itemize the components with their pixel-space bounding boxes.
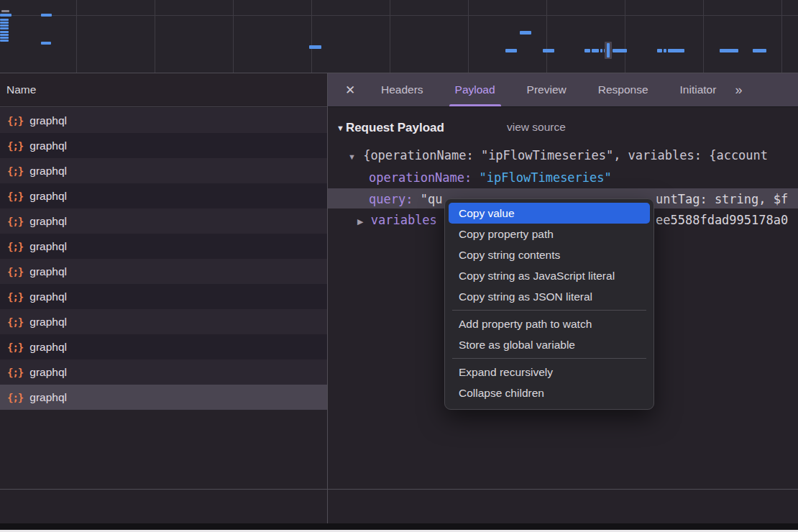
menu-item-copy-string-as-json-literal[interactable]: Copy string as JSON literal [449,286,650,307]
request-timing-bar [543,49,554,52]
request-timing-bar [607,43,610,58]
tree-row-variables[interactable]: ▶ variables [357,212,437,228]
variables-preview-continuation: ee5588fdad995178a0 [656,212,788,228]
request-row[interactable]: {;}graphql [0,259,327,284]
request-timing-bar [41,14,52,17]
query-value-continuation: untTag: string, $f [656,191,788,207]
property-value: "ipFlowTimeseries" [480,170,612,185]
request-timing-bar [0,22,9,24]
request-timing-bar [592,49,599,52]
json-braces-icon: {;} [7,316,23,328]
tab-initiator[interactable]: Initiator [664,73,733,106]
request-row[interactable]: {;}graphql [0,284,327,309]
request-payload-section[interactable]: ▼ Request Payload [336,119,444,137]
footer-divider [0,489,798,490]
overview-gridline [546,0,547,73]
network-overview[interactable] [0,0,798,73]
close-icon[interactable]: ✕ [339,83,361,98]
request-timing-bar [309,45,321,49]
context-menu: Copy valueCopy property pathCopy string … [444,198,654,410]
property-key: query: [369,192,413,206]
menu-item-store-as-global-variable[interactable]: Store as global variable [449,334,650,355]
overview-gridline [233,0,234,73]
request-timing-bar [41,42,51,45]
name-column-label: Name [6,83,36,96]
menu-separator [452,310,646,311]
overview-gridline [76,0,77,73]
overview-gridline [0,15,798,16]
request-row[interactable]: {;}graphql [0,359,327,385]
tab-list: HeadersPayloadPreviewResponseInitiator [365,73,732,106]
request-row[interactable]: {;}graphql [0,208,327,234]
object-preview: {operationName: "ipFlowTimeseries", vari… [363,148,768,162]
panel-splitter[interactable] [327,73,328,523]
property-key: variables [371,213,437,227]
request-timing-bar [668,49,684,52]
request-row[interactable]: {;}graphql [0,183,327,208]
tab-preview[interactable]: Preview [511,73,582,106]
request-timing-bar [0,27,9,29]
request-name: graphql [29,114,67,127]
tree-row-query[interactable]: query: "qu [369,191,442,207]
request-row[interactable]: {;}graphql [0,385,327,410]
request-row[interactable]: {;}graphql [0,133,327,158]
overview-gridline [468,0,469,73]
request-timing-bar [720,49,738,52]
menu-item-copy-string-contents[interactable]: Copy string contents [449,244,650,265]
json-braces-icon: {;} [7,367,23,378]
json-braces-icon: {;} [7,266,23,278]
overview-gridline [311,0,312,73]
view-source-link[interactable]: view source [507,121,566,134]
request-timing-bar [1,10,9,12]
menu-item-add-property-path-to-watch[interactable]: Add property path to watch [449,313,650,334]
request-timing-bar [0,24,9,27]
request-row[interactable]: {;}graphql [0,108,327,133]
request-row[interactable]: {;}graphql [0,334,327,359]
request-name: graphql [29,341,67,354]
request-name: graphql [29,265,67,278]
request-timing-bar [0,40,9,42]
menu-item-copy-value[interactable]: Copy value [449,203,650,224]
menu-item-copy-property-path[interactable]: Copy property path [449,224,650,244]
request-row[interactable]: {;}graphql [0,309,327,334]
tab-payload[interactable]: Payload [439,73,511,106]
request-timing-bar [664,49,666,52]
more-tabs-icon[interactable]: » [735,83,742,98]
property-key: operationName: [369,170,472,185]
request-name: graphql [29,290,67,303]
request-timing-bar [505,49,517,52]
menu-item-expand-recursively[interactable]: Expand recursively [449,362,650,382]
overview-gridline [625,0,625,73]
tree-row-root[interactable]: ▼ {operationName: "ipFlowTimeseries", va… [348,147,768,163]
request-name: graphql [29,366,67,379]
collapse-triangle-icon[interactable]: ▼ [348,152,356,161]
request-timing-bar [600,49,602,52]
request-name: graphql [29,165,67,178]
json-braces-icon: {;} [7,140,23,152]
request-name: graphql [29,190,67,203]
detail-tabbar: ✕ HeadersPayloadPreviewResponseInitiator… [328,73,798,107]
overview-gridline [703,0,704,73]
tab-headers[interactable]: Headers [365,73,439,106]
collapse-triangle-icon[interactable]: ▼ [336,124,344,132]
section-title: Request Payload [346,121,444,135]
menu-separator [452,358,646,359]
overview-gridline [781,0,782,73]
request-timing-bar [584,49,590,52]
menu-item-copy-string-as-javascript-literal[interactable]: Copy string as JavaScript literal [449,265,650,286]
menu-item-collapse-children[interactable]: Collapse children [449,382,650,403]
property-value-left: "qu [421,192,443,206]
request-row[interactable]: {;}graphql [0,234,327,259]
request-name: graphql [29,240,67,253]
json-braces-icon: {;} [7,392,23,403]
request-row[interactable]: {;}graphql [0,158,327,183]
request-timing-bar [657,49,662,52]
name-column-header[interactable]: Name [0,73,327,107]
request-timing-bar [0,19,9,21]
tree-row-operation-name[interactable]: operationName: "ipFlowTimeseries" [369,170,612,185]
json-braces-icon: {;} [7,165,23,177]
request-timing-bar [520,31,531,35]
window-bottom-edge [0,523,798,530]
tab-response[interactable]: Response [582,73,664,106]
request-name: graphql [29,316,67,329]
